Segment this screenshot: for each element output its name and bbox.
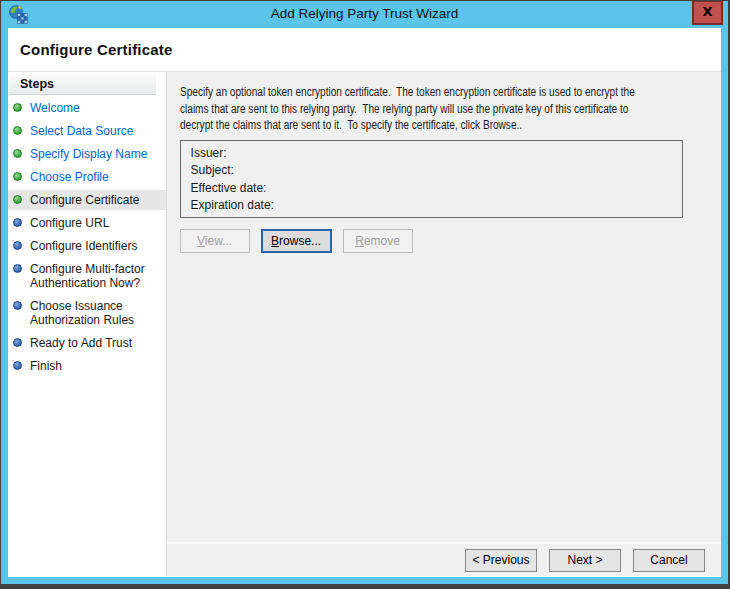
certificate-issuer-row: Issuer: <box>191 145 682 163</box>
step-done-icon <box>13 126 22 135</box>
step-pending-icon <box>13 264 22 273</box>
page-title: Configure Certificate <box>20 41 173 58</box>
step-done-icon <box>13 149 22 158</box>
wizard-footer: < Previous Next > Cancel <box>167 542 721 576</box>
step-pending-icon <box>13 301 22 310</box>
window-frame: Add Relying Party Trust Wizard X Configu… <box>0 0 730 589</box>
step-welcome[interactable]: Welcome <box>8 98 166 118</box>
step-pending-icon <box>13 338 22 347</box>
browse-button[interactable]: Browse... <box>261 229 332 253</box>
step-choose-issuance-rules: Choose Issuance Authorization Rules <box>8 296 166 330</box>
step-configure-url: Configure URL <box>8 213 166 233</box>
step-specify-display-name[interactable]: Specify Display Name <box>8 144 166 164</box>
window-title: Add Relying Party Trust Wizard <box>1 1 728 28</box>
dialog-body: Configure Certificate Steps Welcome Sele… <box>8 28 721 577</box>
page-header: Configure Certificate <box>8 28 721 72</box>
certificate-subject-row: Subject: <box>191 162 682 180</box>
step-done-icon <box>13 172 22 181</box>
certificate-expiration-date-row: Expiration date: <box>191 197 682 215</box>
certificate-details-box: Issuer: Subject: Effective date: Expirat… <box>180 140 683 218</box>
view-button[interactable]: View... <box>180 229 250 253</box>
previous-button[interactable]: < Previous <box>465 549 537 572</box>
step-configure-multi-factor: Configure Multi-factor Authentication No… <box>8 259 166 293</box>
remove-button[interactable]: Remove <box>343 229 413 253</box>
close-icon: X <box>702 4 712 19</box>
instruction-text: Specify an optional token encryption cer… <box>180 84 635 134</box>
step-pending-icon <box>13 218 22 227</box>
certificate-effective-date-row: Effective date: <box>191 180 682 198</box>
step-configure-certificate: Configure Certificate <box>8 190 166 210</box>
next-button[interactable]: Next > <box>549 549 621 572</box>
steps-header: Steps <box>9 74 156 95</box>
main-panel: Specify an optional token encryption cer… <box>166 72 721 576</box>
step-configure-identifiers: Configure Identifiers <box>8 236 166 256</box>
step-choose-profile[interactable]: Choose Profile <box>8 167 166 187</box>
close-button[interactable]: X <box>692 1 723 25</box>
steps-sidebar: Steps Welcome Select Data Source Specify… <box>8 72 166 576</box>
wizard-dialog: Add Relying Party Trust Wizard X Configu… <box>1 1 728 584</box>
steps-list: Welcome Select Data Source Specify Displ… <box>8 98 166 376</box>
step-done-icon <box>13 103 22 112</box>
step-current-icon <box>13 195 22 204</box>
step-pending-icon <box>13 361 22 370</box>
cancel-button[interactable]: Cancel <box>633 549 705 572</box>
step-pending-icon <box>13 241 22 250</box>
step-ready-to-add-trust: Ready to Add Trust <box>8 333 166 353</box>
step-finish: Finish <box>8 356 166 376</box>
step-select-data-source[interactable]: Select Data Source <box>8 121 166 141</box>
titlebar: Add Relying Party Trust Wizard X <box>1 1 728 28</box>
